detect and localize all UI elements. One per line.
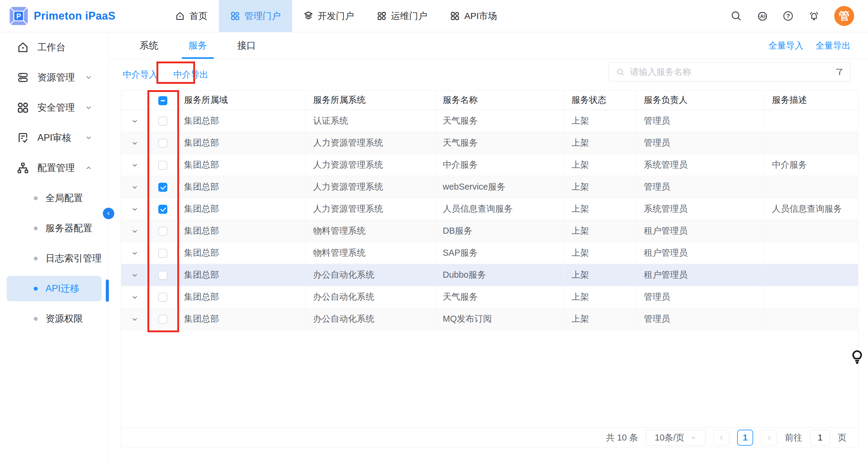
brand-logo[interactable]: P Primeton iPaaS (9, 6, 116, 26)
cell-desc (765, 110, 858, 132)
goto-page-input[interactable]: 1 (810, 430, 830, 445)
broker-import-link[interactable]: 中介导入 (123, 69, 158, 81)
sidebar-item-api-review[interactable]: API审核 (0, 123, 108, 153)
table-row[interactable]: 集团总部 物料管理系统 DB服务 上架 租户管理员 (121, 220, 858, 242)
cell-status: 上架 (564, 110, 637, 132)
cell-status: 上架 (564, 286, 637, 308)
sidebar-subitem-server-config[interactable]: 服务器配置 (0, 213, 108, 243)
row-checkbox[interactable] (158, 271, 167, 280)
cell-system: 办公自动化系统 (306, 264, 435, 286)
main-content: 系统 服务 接口 全量导入 全量导出 中介导入 中介导出 请输入服务名称 (109, 32, 868, 461)
sidebar-item-resources[interactable]: 资源管理 (0, 62, 108, 93)
nav-item-label: 开发门户 (318, 10, 354, 22)
sidebar-subitem-label: 日志索引管理 (45, 252, 102, 265)
filter-funnel-icon[interactable] (835, 68, 843, 76)
sidebar-collapse-button[interactable] (103, 208, 114, 219)
user-avatar[interactable]: 管 (834, 6, 854, 26)
search-icon[interactable] (731, 10, 742, 22)
chevron-down-icon (85, 73, 93, 82)
expand-row-icon[interactable] (131, 205, 139, 213)
previous-page-button[interactable] (713, 430, 729, 445)
sidebar-subitem-label: 资源权限 (45, 312, 83, 325)
sidebar-subitem-global-config[interactable]: 全局配置 (0, 183, 108, 213)
table-row[interactable]: 集团总部 办公自动化系统 天气服务 上架 管理员 (121, 286, 858, 308)
select-all-checkbox[interactable] (158, 96, 167, 105)
table-row-hovered[interactable]: 集团总部 办公自动化系统 Dubbo服务 上架 租户管理员 (121, 264, 858, 286)
sidebar-subitem-log-index[interactable]: 日志索引管理 (0, 243, 108, 273)
row-checkbox[interactable] (158, 315, 167, 324)
expand-row-icon[interactable] (131, 227, 139, 235)
grid-icon (17, 102, 29, 114)
expand-row-icon[interactable] (131, 161, 139, 169)
cell-domain: 集团总部 (177, 154, 306, 176)
cell-owner: 租户管理员 (637, 242, 765, 264)
cell-domain: 集团总部 (177, 198, 306, 220)
cell-domain: 集团总部 (177, 132, 306, 154)
nav-item-dev-portal[interactable]: 开发门户 (292, 0, 365, 32)
cell-desc (765, 242, 858, 264)
expand-row-icon[interactable] (131, 294, 139, 301)
cell-status: 上架 (564, 154, 637, 176)
tab-service[interactable]: 服务 (182, 32, 214, 59)
cell-domain: 集团总部 (177, 308, 306, 330)
row-checkbox[interactable] (158, 183, 167, 192)
row-checkbox[interactable] (158, 139, 167, 148)
page-number-button[interactable]: 1 (737, 430, 753, 445)
nav-item-ops-portal[interactable]: 运维门户 (365, 0, 439, 32)
row-checkbox[interactable] (158, 161, 167, 170)
svg-text:?: ? (786, 12, 790, 19)
row-checkbox[interactable] (158, 227, 167, 236)
page-size-value: 10条/页 (655, 432, 684, 444)
lightbulb-tip-icon[interactable] (849, 349, 865, 366)
navbar-actions: AI ? 管 (731, 6, 854, 26)
nav-item-admin-portal[interactable]: 管理门户 (219, 0, 292, 32)
page-size-select[interactable]: 10条/页 (646, 430, 706, 445)
expand-row-icon[interactable] (131, 249, 139, 257)
document-check-icon (17, 132, 29, 144)
expand-row-icon[interactable] (131, 139, 139, 147)
ai-assistant-icon[interactable]: AI (756, 10, 768, 22)
cell-owner: 租户管理员 (637, 264, 765, 286)
sidebar: 工作台 资源管理 安全管理 API审核 配置管理 (0, 32, 108, 461)
tab-label: 服务 (188, 39, 207, 52)
sidebar-item-security[interactable]: 安全管理 (0, 93, 108, 123)
sidebar-subitem-api-migration[interactable]: API迁移 (7, 276, 102, 301)
expand-row-icon[interactable] (131, 315, 139, 323)
tab-system[interactable]: 系统 (133, 32, 165, 59)
table-row[interactable]: 集团总部 物料管理系统 SAP服务 上架 租户管理员 (121, 242, 858, 264)
row-checkbox[interactable] (158, 205, 167, 214)
service-search-input[interactable]: 请输入服务名称 (609, 62, 851, 82)
expand-row-icon[interactable] (131, 117, 139, 125)
tab-interface[interactable]: 接口 (230, 32, 262, 59)
sidebar-item-workbench[interactable]: 工作台 (0, 32, 108, 62)
cell-owner: 管理员 (637, 176, 765, 198)
full-export-link[interactable]: 全量导出 (815, 40, 850, 52)
sidebar-subitem-resource-permission[interactable]: 资源权限 (0, 304, 108, 334)
layers-icon (304, 11, 313, 21)
full-import-link[interactable]: 全量导入 (769, 40, 804, 52)
broker-export-link[interactable]: 中介导出 (173, 69, 208, 81)
row-checkbox[interactable] (158, 249, 167, 258)
table-row[interactable]: 集团总部 人力资源管理系统 天气服务 上架 管理员 (121, 132, 858, 154)
sidebar-item-label: 工作台 (37, 41, 65, 54)
nav-item-api-market[interactable]: API市场 (439, 0, 508, 32)
expand-row-icon[interactable] (131, 183, 139, 191)
table-row[interactable]: 集团总部 人力资源管理系统 webService服务 上架 管理员 (121, 176, 858, 198)
sidebar-item-config[interactable]: 配置管理 (0, 153, 108, 183)
notifications-bell-icon[interactable] (808, 10, 820, 22)
sidebar-item-label: 配置管理 (37, 162, 75, 174)
table-row[interactable]: 集团总部 认证系统 天气服务 上架 管理员 (121, 110, 858, 132)
table-row[interactable]: 集团总部 人力资源管理系统 中介服务 上架 系统管理员 中介服务 (121, 154, 858, 176)
row-checkbox[interactable] (158, 293, 167, 302)
next-page-button[interactable] (761, 430, 777, 445)
nav-item-home[interactable]: 首页 (164, 0, 219, 32)
bullet-icon (34, 226, 38, 230)
search-placeholder: 请输入服务名称 (630, 66, 829, 78)
cell-name: 人员信息查询服务 (435, 198, 564, 220)
expand-row-icon[interactable] (131, 271, 139, 279)
cell-system: 办公自动化系统 (306, 286, 435, 308)
row-checkbox[interactable] (158, 117, 167, 126)
table-row[interactable]: 集团总部 办公自动化系统 MQ发布订阅 上架 管理员 (121, 308, 858, 330)
table-row[interactable]: 集团总部 人力资源管理系统 人员信息查询服务 上架 系统管理员 人员信息查询服务 (121, 198, 858, 220)
help-icon[interactable]: ? (782, 10, 794, 22)
